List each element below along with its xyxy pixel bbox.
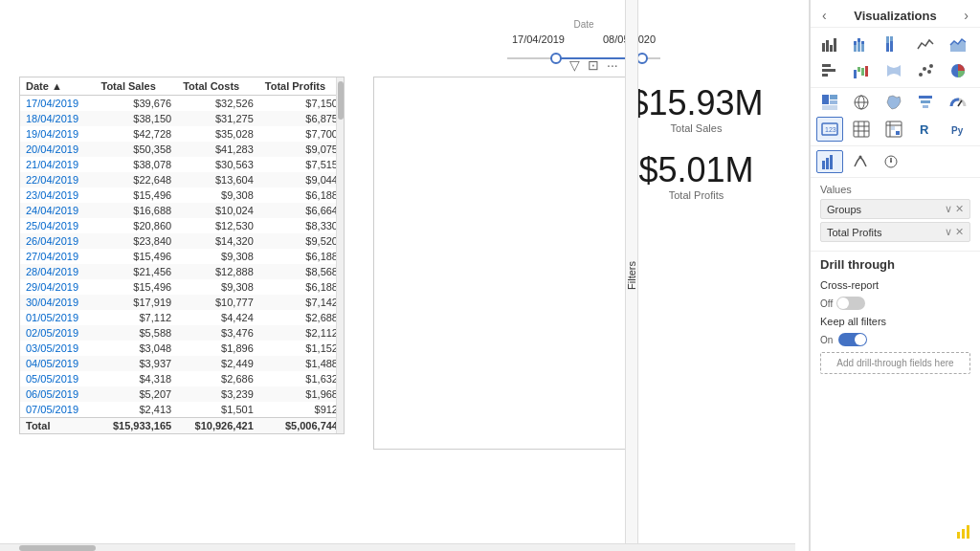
- viz-ribbon-icon[interactable]: [880, 58, 907, 83]
- table-cell: 26/04/2019: [20, 233, 95, 249]
- build-visual-icon[interactable]: [816, 150, 843, 173]
- table-cell: $31,275: [177, 111, 259, 126]
- field-total-profits[interactable]: Total Profits ∨ ✕: [820, 222, 970, 242]
- svg-rect-40: [854, 121, 869, 137]
- svg-rect-54: [830, 155, 833, 169]
- viz-horiz-bar-icon[interactable]: [816, 58, 843, 83]
- viz-map-icon[interactable]: [848, 90, 875, 115]
- viz-r-icon[interactable]: R: [912, 117, 939, 142]
- field-profits-dropdown[interactable]: ∨: [945, 226, 952, 238]
- viz-100-bar-icon[interactable]: [880, 32, 907, 56]
- svg-rect-7: [858, 38, 860, 42]
- table-cell: 30/04/2019: [20, 295, 95, 310]
- svg-rect-16: [822, 69, 835, 72]
- table-cell: $6,188: [259, 249, 344, 264]
- viz-pie-icon[interactable]: [945, 58, 971, 83]
- keep-filters-track[interactable]: [838, 333, 867, 346]
- viz-waterfall-icon[interactable]: [848, 58, 875, 83]
- viz-matrix-icon[interactable]: [880, 117, 907, 142]
- cross-report-toggle-row: Off: [820, 297, 970, 310]
- table-cell: $1,896: [177, 341, 259, 356]
- table-cell: 02/05/2019: [20, 325, 95, 341]
- svg-rect-3: [834, 38, 836, 52]
- svg-rect-18: [854, 70, 857, 78]
- table-cell: $7,515: [259, 157, 344, 172]
- drill-through-section: Drill through Cross-report Off Keep all …: [811, 252, 980, 380]
- table-cell: 24/04/2019: [20, 203, 95, 218]
- focus-mode-icon[interactable]: ⊡: [588, 57, 599, 73]
- svg-rect-35: [921, 100, 930, 103]
- table-cell: $38,078: [95, 157, 177, 172]
- panel-nav-prev[interactable]: ‹: [820, 8, 829, 23]
- table-cell: $2,413: [95, 402, 177, 418]
- drill-add-fields-box[interactable]: Add drill-through fields here: [820, 352, 970, 374]
- table-cell: 21/04/2019: [20, 157, 95, 172]
- panel-nav-next[interactable]: ›: [962, 8, 970, 23]
- svg-rect-21: [865, 66, 868, 77]
- viz-scatter-icon[interactable]: [912, 58, 939, 83]
- viz-table-icon[interactable]: [848, 117, 875, 142]
- svg-rect-9: [861, 41, 864, 44]
- keep-filters-toggle[interactable]: [838, 333, 867, 346]
- field-groups[interactable]: Groups ∨ ✕: [820, 199, 970, 219]
- table-cell: $41,283: [177, 142, 259, 157]
- table-cell: $32,526: [177, 96, 259, 112]
- cross-report-track[interactable]: [836, 297, 865, 310]
- col-header-total-profits[interactable]: Total Profits: [259, 77, 344, 96]
- scroll-thumb[interactable]: [338, 81, 344, 120]
- svg-rect-29: [830, 100, 837, 104]
- date-slicer-values: 17/04/2019 08/05/2020: [440, 33, 727, 45]
- viz-area-chart-icon[interactable]: [945, 32, 971, 56]
- field-groups-dropdown[interactable]: ∨: [945, 203, 952, 215]
- table-scrollbar[interactable]: [336, 77, 344, 433]
- cross-report-toggle[interactable]: [836, 297, 865, 310]
- viz-stacked-bar-icon[interactable]: [848, 32, 875, 56]
- field-profits-icons: ∨ ✕: [945, 226, 964, 238]
- filters-side-tab[interactable]: Filters: [625, 0, 638, 551]
- table-cell: $3,239: [177, 386, 259, 402]
- viz-gauge-icon[interactable]: [945, 90, 971, 115]
- viz-bar-chart-icon[interactable]: [816, 32, 843, 56]
- field-groups-icons: ∨ ✕: [945, 203, 964, 215]
- kpi-total-profits: $5.01M Total Profits: [638, 153, 753, 201]
- analytics-icon[interactable]: [878, 150, 904, 173]
- table-cell: $16,688: [95, 203, 177, 218]
- field-profits-close[interactable]: ✕: [955, 226, 964, 238]
- table-cell: $42,728: [95, 126, 177, 142]
- col-header-total-costs[interactable]: Total Costs: [177, 77, 259, 96]
- viz-treemap-icon[interactable]: [816, 90, 843, 115]
- slicer-handle-left[interactable]: [550, 53, 562, 64]
- table-cell: 20/04/2019: [20, 142, 95, 157]
- format-visual-icon[interactable]: [847, 150, 874, 173]
- table-cell: 18/04/2019: [20, 111, 95, 126]
- col-header-total-sales[interactable]: Total Sales: [95, 77, 177, 96]
- viz-line-chart-icon[interactable]: [912, 32, 939, 56]
- keep-filters-knob: [855, 334, 866, 345]
- col-header-date[interactable]: Date ▲: [20, 77, 95, 96]
- filters-tab-label: Filters: [626, 261, 637, 290]
- viz-python-icon[interactable]: Py: [945, 117, 971, 142]
- svg-rect-15: [822, 64, 831, 67]
- viz-funnel-icon[interactable]: [912, 90, 939, 115]
- field-total-profits-label: Total Profits: [827, 227, 881, 238]
- table-cell: $10,024: [177, 203, 259, 218]
- canvas-scrollbar[interactable]: [0, 543, 795, 551]
- table-cell: $912: [259, 402, 344, 418]
- viz-filled-map-icon[interactable]: [880, 90, 907, 115]
- svg-text:123: 123: [825, 126, 836, 133]
- kpi-total-sales: $15.93M Total Sales: [629, 86, 763, 134]
- power-bi-icon[interactable]: [955, 523, 972, 545]
- svg-rect-36: [923, 105, 928, 108]
- keep-filters-on-label: On: [820, 335, 833, 345]
- date-start[interactable]: 17/04/2019: [512, 33, 565, 45]
- filter-icon[interactable]: ▽: [569, 57, 580, 73]
- slicer-handle-right[interactable]: [636, 53, 648, 64]
- viz-card-icon[interactable]: 123: [816, 117, 843, 142]
- table-cell: $15,496: [95, 187, 177, 203]
- more-options-icon[interactable]: ···: [607, 57, 618, 73]
- svg-rect-11: [886, 43, 889, 52]
- canvas-scroll-thumb[interactable]: [19, 545, 96, 551]
- table-cell: 04/05/2019: [20, 356, 95, 371]
- field-groups-close[interactable]: ✕: [955, 203, 964, 215]
- svg-rect-52: [822, 161, 825, 169]
